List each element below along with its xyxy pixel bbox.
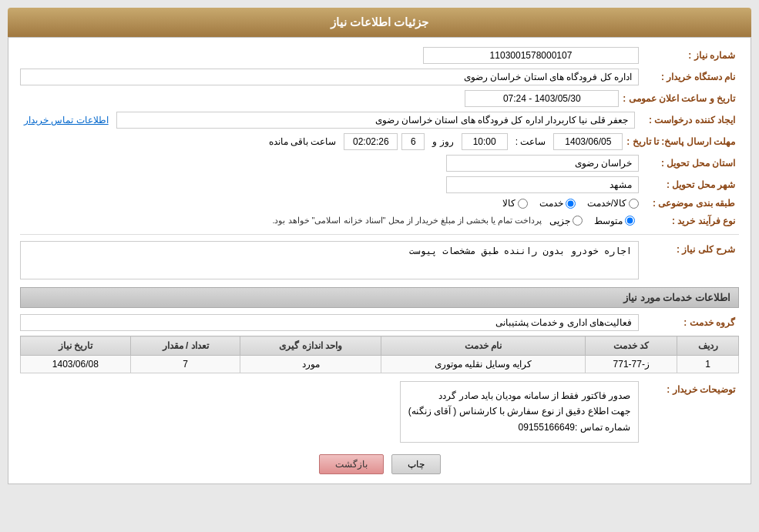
process-jozvi-radio[interactable]	[573, 216, 583, 226]
category-radio-group: کالا/خدمت خدمت کالا	[502, 198, 639, 209]
reply-time-label: ساعت :	[512, 134, 550, 149]
process-note: پرداخت تمام یا بخشی از مبلغ خریدار از مح…	[268, 213, 546, 228]
divider-1	[20, 234, 739, 235]
category-kala-radio[interactable]	[518, 199, 528, 209]
reply-days-label: روز و	[428, 134, 457, 149]
category-kala-khadamat[interactable]: کالا/خدمت	[587, 198, 639, 209]
reply-date: 1403/06/05	[553, 133, 623, 150]
announce-value: 1403/05/30 - 07:24	[465, 90, 619, 107]
print-button[interactable]: چاپ	[391, 454, 441, 474]
province-label: استان محل تحویل :	[639, 158, 739, 169]
category-kala[interactable]: کالا	[502, 198, 528, 209]
category-khadamat[interactable]: خدمت	[539, 198, 576, 209]
col-unit: واحد اندازه گیری	[240, 336, 381, 356]
col-date: تاریخ نیاز	[21, 336, 131, 356]
creator-label: ایجاد کننده درخواست :	[639, 115, 739, 125]
buyer-notes-box: صدور فاکتور فقط از سامانه مودیان باید صا…	[400, 381, 639, 443]
buyer-note-line: صدور فاکتور فقط از سامانه مودیان باید صا…	[408, 388, 630, 403]
need-number-value: 1103001578000107	[423, 47, 639, 64]
service-group-label: گروه خدمت :	[639, 317, 739, 328]
process-radio-group: متوسط جزیی	[549, 216, 635, 226]
category-khadamat-label: خدمت	[539, 198, 563, 209]
col-quantity: تعداد / مقدار	[130, 336, 240, 356]
reply-time: 10:00	[462, 133, 508, 150]
process-jozvi-label: جزیی	[549, 216, 570, 226]
reply-days: 6	[401, 133, 425, 150]
action-buttons: بازگشت چاپ	[20, 454, 739, 474]
org-value: اداره کل فرودگاه های استان خراسان رضوی	[20, 69, 639, 85]
buyer-note-line: شماره تماس :09155166649	[408, 420, 630, 435]
services-section-header: اطلاعات خدمات مورد نیاز	[20, 287, 739, 308]
process-motavasset-radio[interactable]	[625, 216, 635, 226]
description-label: شرح کلی نیاز :	[639, 241, 739, 255]
creator-value: جعفر قلی نیا کاربردار اداره کل فرودگاه ه…	[116, 112, 635, 129]
process-motavasset-label: متوسط	[594, 216, 623, 226]
process-jozvi[interactable]: جزیی	[549, 216, 583, 226]
contact-link[interactable]: اطلاعات تماس خریدار	[20, 115, 113, 125]
city-label: شهر محل تحویل :	[639, 179, 739, 190]
services-table: ردیف کد خدمت نام خدمت واحد اندازه گیری ت…	[20, 336, 739, 373]
buyer-note-line: جهت اطلاع دقیق از نوع سفارش با کارشناس (…	[408, 403, 630, 419]
reply-remaining: 02:02:26	[344, 133, 398, 150]
category-kala-khadamat-label: کالا/خدمت	[587, 198, 626, 209]
category-label: طبقه بندی موضوعی :	[639, 198, 739, 209]
city-value: مشهد	[446, 176, 639, 193]
process-label: نوع فرآیند خرید :	[639, 216, 739, 226]
description-textarea[interactable]	[20, 241, 639, 279]
buyer-notes-label: توضیحات خریدار :	[639, 381, 739, 395]
category-kala-label: کالا	[502, 198, 516, 209]
province-value: خراسان رضوی	[446, 155, 639, 172]
category-kala-khadamat-radio[interactable]	[629, 199, 639, 209]
col-row: ردیف	[677, 336, 739, 356]
page-title: جزئیات اطلاعات نیاز	[8, 8, 751, 37]
col-name: نام خدمت	[381, 336, 586, 356]
process-motavasset[interactable]: متوسط	[594, 216, 635, 226]
service-group-value: فعالیت‌های اداری و خدمات پشتیبانی	[20, 314, 639, 331]
category-khadamat-radio[interactable]	[566, 199, 576, 209]
reply-label: مهلت ارسال پاسخ: تا تاریخ :	[626, 136, 739, 147]
org-label: نام دستگاه خریدار :	[639, 72, 739, 82]
table-row: 1ز-77-771کرایه وسایل نقلیه موتوریمورد714…	[21, 356, 739, 373]
col-code: کد خدمت	[586, 336, 677, 356]
reply-remaining-label: ساعت باقی مانده	[265, 134, 341, 149]
back-button[interactable]: بازگشت	[319, 454, 384, 474]
need-number-label: شماره نیاز :	[639, 50, 739, 61]
announce-label: تاریخ و ساعت اعلان عمومی :	[623, 93, 739, 104]
